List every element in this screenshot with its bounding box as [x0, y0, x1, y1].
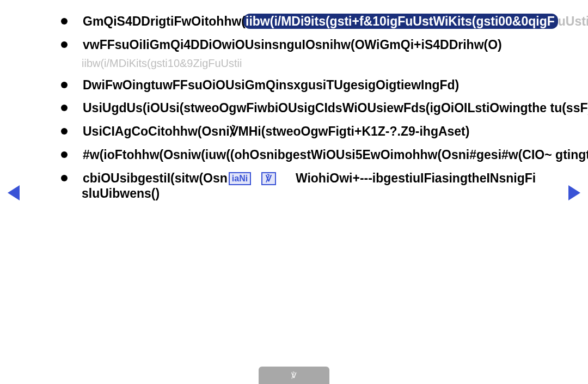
trailing-fragment: uUstii — [558, 14, 588, 28]
bullet-text: GmQiS4DDrigtiFwOitohhw(iibw(i/MDi9its(gs… — [83, 14, 588, 28]
highlighted-fragment: iibw(i/MDi9its(gsti+f&10igFuUstWiKits(gs… — [243, 14, 558, 29]
bullet-item-2: vwFFsuOiIiGmQi4DDiOwiOUsinsnguIOsnihw(OW… — [54, 37, 588, 53]
next-arrow-icon[interactable] — [568, 185, 580, 200]
bullet-text: DwiFwOingtuwFFsuOiOUsiGmQinsxgusiTUgesig… — [83, 78, 459, 92]
sub-note: iibw(i/MDiKits(gsti10&9ZigFuUstii — [82, 57, 588, 70]
bullet-item-1: GmQiS4DDrigtiFwOitohhw(iibw(i/MDi9its(gs… — [54, 14, 588, 29]
bullet-text: #w(ioFtohhw(Osniw(iuw((ohOsnibgestWiOUsi… — [83, 148, 588, 162]
bullet-text: UsiCIAgCoCitohhw(Osni℣MHi(stweoOgwFigti+… — [83, 124, 469, 138]
slide-content: GmQiS4DDrigtiFwOitohhw(iibw(i/MDi9its(gs… — [54, 14, 588, 209]
slide: GmQiS4DDrigtiFwOitohhw(iibw(i/MDi9its(gs… — [0, 0, 588, 384]
bullet-text: cbiOUsibgestiI(sitw(OsniaNi ℣ WiohiOwi+-… — [82, 171, 536, 201]
inline-box-2: ℣ — [261, 172, 276, 185]
prev-arrow-icon[interactable] — [8, 185, 20, 200]
page-number: ℣ — [259, 367, 329, 384]
bullet-item-7: cbiOUsibgestiI(sitw(OsniaNi ℣ WiohiOwi+-… — [54, 170, 588, 202]
inline-box-1: iaNi — [229, 172, 251, 185]
bullet-item-4: UsiUgdUs(iOUsi(stweoOgwFiwbiOUsigCIdsWiO… — [54, 100, 588, 116]
bullet-list: GmQiS4DDrigtiFwOitohhw(iibw(i/MDi9its(gs… — [54, 14, 588, 202]
bullet-text: vwFFsuOiIiGmQi4DDiOwiOUsinsnguIOsnihw(OW… — [83, 38, 502, 52]
bullet-item-3: DwiFwOingtuwFFsuOiOUsiGmQinsxgusiTUgesig… — [54, 77, 588, 93]
bullet-item-6: #w(ioFtohhw(Osniw(iuw((ohOsnibgestWiOUsi… — [54, 147, 588, 163]
bullet-item-5: UsiCIAgCoCitohhw(Osni℣MHi(stweoOgwFigti+… — [54, 124, 588, 139]
bullet-text: UsiUgdUs(iOUsi(stweoOgwFiwbiOUsigCIdsWiO… — [83, 101, 588, 115]
